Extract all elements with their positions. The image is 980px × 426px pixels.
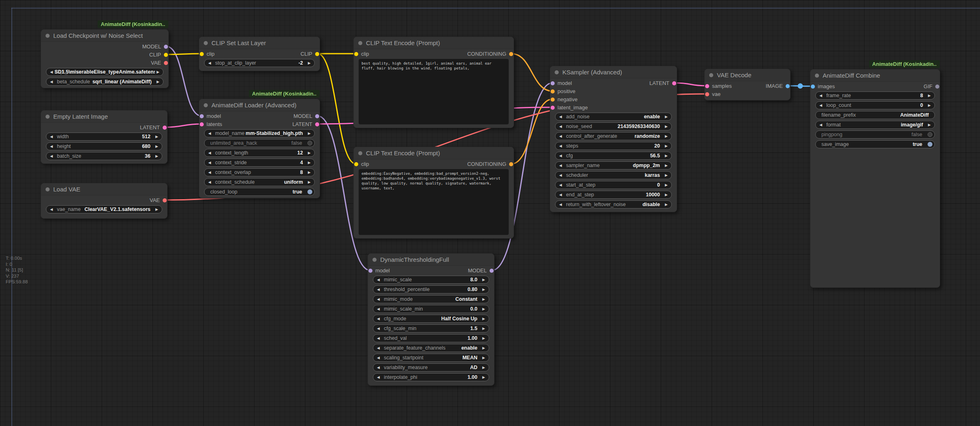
collapse-dot-icon[interactable] — [358, 41, 362, 45]
widget-frame_rate[interactable]: ◀▶frame_rate8 — [815, 91, 935, 100]
decrement-arrow-icon[interactable]: ◀ — [559, 201, 562, 209]
increment-arrow-icon[interactable]: ▶ — [482, 296, 485, 303]
decrement-arrow-icon[interactable]: ◀ — [50, 78, 53, 86]
node-clip-set-last-layer[interactable]: CLIP Set Last LayerclipCLIP◀▶stop_at_cli… — [199, 37, 320, 71]
increment-arrow-icon[interactable]: ▶ — [482, 276, 485, 284]
widget-model_name[interactable]: ◀▶model_namemm-Stabilized_high.pth — [204, 129, 315, 137]
CLIP-output-port[interactable] — [164, 53, 168, 57]
increment-arrow-icon[interactable]: ▶ — [155, 143, 158, 150]
decrement-arrow-icon[interactable]: ◀ — [819, 121, 822, 129]
toggle-knob[interactable] — [928, 132, 932, 137]
increment-arrow-icon[interactable]: ▶ — [308, 130, 311, 137]
latent_image-input-port[interactable] — [551, 106, 555, 110]
increment-arrow-icon[interactable]: ▶ — [155, 152, 158, 160]
decrement-arrow-icon[interactable]: ◀ — [377, 344, 380, 352]
widget-mimic_scale[interactable]: ◀▶mimic_scale8.0 — [373, 276, 489, 284]
decrement-arrow-icon[interactable]: ◀ — [377, 364, 380, 372]
widget-context_schedule[interactable]: ◀▶context_scheduleuniform — [204, 178, 315, 186]
widget-sampler_name[interactable]: ◀▶sampler_namedpmpp_2m — [555, 161, 672, 170]
clip-input-port[interactable] — [354, 162, 358, 166]
widget-variability_measure[interactable]: ◀▶variability_measureAD — [373, 363, 489, 372]
widget-batch_size[interactable]: ◀▶batch_size36 — [46, 152, 162, 160]
increment-arrow-icon[interactable]: ▶ — [482, 364, 485, 372]
decrement-arrow-icon[interactable]: ◀ — [208, 178, 211, 186]
increment-arrow-icon[interactable]: ▶ — [157, 68, 159, 76]
widget-noise_seed[interactable]: ◀▶noise_seed214359263340630 — [555, 122, 672, 130]
decrement-arrow-icon[interactable]: ◀ — [377, 276, 380, 284]
decrement-arrow-icon[interactable]: ◀ — [377, 315, 380, 323]
widget-return_with_leftover_noise[interactable]: ◀▶return_with_leftover_noisedisable — [555, 200, 672, 209]
decrement-arrow-icon[interactable]: ◀ — [50, 206, 53, 213]
increment-arrow-icon[interactable]: ▶ — [308, 169, 311, 176]
increment-arrow-icon[interactable]: ▶ — [665, 113, 668, 121]
MODEL-output-port[interactable] — [164, 45, 168, 49]
widget-format[interactable]: ◀▶formatimage/gif — [815, 121, 935, 129]
toggle-knob[interactable] — [307, 141, 312, 146]
decrement-arrow-icon[interactable]: ◀ — [559, 113, 562, 121]
increment-arrow-icon[interactable]: ▶ — [155, 206, 158, 213]
IMAGE-output-port[interactable] — [786, 84, 790, 88]
increment-arrow-icon[interactable]: ▶ — [928, 102, 931, 109]
widget-mimic_mode[interactable]: ◀▶mimic_modeConstant — [373, 295, 489, 303]
increment-arrow-icon[interactable]: ▶ — [665, 133, 668, 140]
collapse-dot-icon[interactable] — [46, 115, 50, 119]
decrement-arrow-icon[interactable]: ◀ — [50, 143, 53, 150]
node-clip-text-encode-negative[interactable]: CLIP Text Encode (Prompt)clipCONDITIONIN… — [353, 147, 514, 239]
increment-arrow-icon[interactable]: ▶ — [665, 152, 668, 160]
widget-save_image[interactable]: save_imagetrue — [815, 140, 935, 148]
increment-arrow-icon[interactable]: ▶ — [665, 123, 668, 130]
widget-control_after_generate[interactable]: ◀▶control_after_generaterandomize — [555, 132, 672, 140]
increment-arrow-icon[interactable]: ▶ — [482, 325, 485, 333]
node-load-checkpoint[interactable]: AnimateDiff (Kosinkadin..Load Checkpoint… — [41, 29, 169, 88]
increment-arrow-icon[interactable]: ▶ — [665, 191, 668, 199]
samples-input-port[interactable] — [705, 84, 709, 88]
increment-arrow-icon[interactable]: ▶ — [308, 59, 311, 67]
widget-separate_feature_channels[interactable]: ◀▶separate_feature_channelsenable — [373, 344, 489, 352]
widget-filename_prefix[interactable]: filename_prefixAnimateDiff — [815, 111, 935, 119]
widget-cfg_scale_min[interactable]: ◀▶cfg_scale_min1.5 — [373, 324, 489, 333]
decrement-arrow-icon[interactable]: ◀ — [819, 92, 822, 100]
model-input-port[interactable] — [200, 114, 204, 118]
node-empty-latent-image[interactable]: Empty Latent ImageLATENT◀▶width512◀▶heig… — [41, 110, 168, 164]
widget-sched_val[interactable]: ◀▶sched_val1.00 — [373, 334, 489, 342]
VAE-output-port[interactable] — [163, 198, 167, 202]
increment-arrow-icon[interactable]: ▶ — [665, 201, 668, 209]
increment-arrow-icon[interactable]: ▶ — [665, 172, 668, 179]
widget-vae_name[interactable]: ◀▶vae_nameClearVAE_V2.1.safetensors — [46, 205, 162, 213]
widget-loop_count[interactable]: ◀▶loop_count0 — [815, 101, 935, 109]
widget-cfg[interactable]: ◀▶cfg56.5 — [555, 152, 672, 160]
decrement-arrow-icon[interactable]: ◀ — [377, 296, 380, 303]
node-load-vae[interactable]: Load VAEVAE◀▶vae_nameClearVAE_V2.1.safet… — [41, 183, 168, 219]
VAE-output-port[interactable] — [164, 61, 168, 65]
LATENT-output-port[interactable] — [315, 122, 319, 126]
widget-add_noise[interactable]: ◀▶add_noiseenable — [555, 113, 672, 121]
decrement-arrow-icon[interactable]: ◀ — [208, 130, 211, 137]
collapse-dot-icon[interactable] — [555, 70, 559, 74]
decrement-arrow-icon[interactable]: ◀ — [559, 152, 562, 160]
increment-arrow-icon[interactable]: ▶ — [482, 344, 485, 352]
increment-arrow-icon[interactable]: ▶ — [308, 178, 311, 186]
increment-arrow-icon[interactable]: ▶ — [928, 92, 931, 100]
increment-arrow-icon[interactable]: ▶ — [308, 159, 311, 167]
decrement-arrow-icon[interactable]: ◀ — [377, 335, 380, 342]
LATENT-output-port[interactable] — [672, 81, 676, 85]
images-input-port[interactable] — [811, 85, 815, 89]
CONDITIONING-output-port[interactable] — [509, 52, 513, 56]
widget-end_at_step[interactable]: ◀▶end_at_step10000 — [555, 191, 672, 199]
widget-interpolate_phi[interactable]: ◀▶interpolate_phi1.00 — [373, 373, 489, 381]
widget-context_length[interactable]: ◀▶context_length12 — [204, 149, 315, 157]
increment-arrow-icon[interactable]: ▶ — [482, 354, 485, 362]
collapse-dot-icon[interactable] — [372, 258, 377, 262]
decrement-arrow-icon[interactable]: ◀ — [559, 123, 562, 130]
decrement-arrow-icon[interactable]: ◀ — [377, 325, 380, 333]
increment-arrow-icon[interactable]: ▶ — [482, 315, 485, 323]
toggle-knob[interactable] — [928, 142, 932, 147]
increment-arrow-icon[interactable]: ▶ — [482, 286, 485, 293]
decrement-arrow-icon[interactable]: ◀ — [559, 133, 562, 140]
collapse-dot-icon[interactable] — [709, 73, 713, 77]
collapse-dot-icon[interactable] — [358, 151, 362, 155]
increment-arrow-icon[interactable]: ▶ — [928, 121, 931, 129]
CONDITIONING-output-port[interactable] — [509, 162, 513, 166]
decrement-arrow-icon[interactable]: ◀ — [377, 305, 380, 313]
collapse-dot-icon[interactable] — [46, 187, 50, 191]
